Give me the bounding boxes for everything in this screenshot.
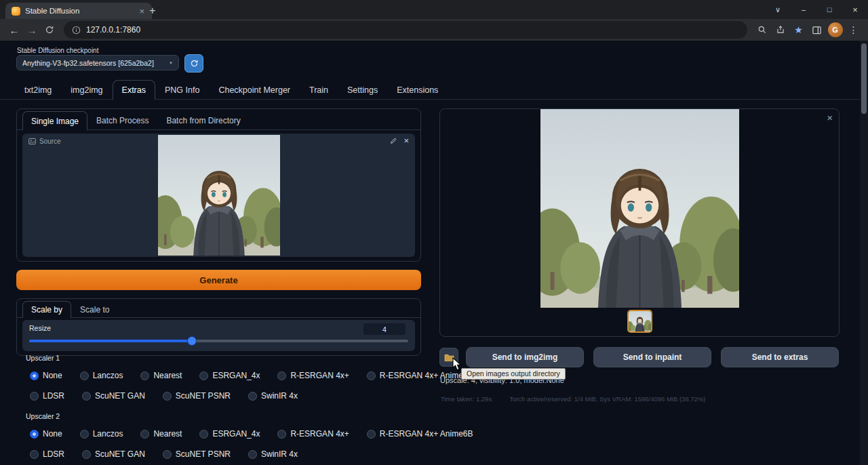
send-to-img2img-button[interactable]: Send to img2img xyxy=(466,347,584,367)
page-scrollbar[interactable] xyxy=(860,41,868,465)
upscaler1-option-esrgan-4x[interactable]: ESRGAN_4x xyxy=(199,371,260,380)
edit-icon[interactable] xyxy=(390,137,397,144)
radio-circle[interactable] xyxy=(80,430,89,439)
result-image[interactable] xyxy=(540,109,739,308)
url-bar[interactable]: 127.0.0.1:7860 xyxy=(64,21,747,39)
url-text[interactable]: 127.0.0.1:7860 xyxy=(86,25,140,35)
upscaler2-option-scunet-psnr[interactable]: ScuNET PSNR xyxy=(163,449,231,459)
subtab-batch-process[interactable]: Batch Process xyxy=(87,111,157,129)
resize-number-input[interactable]: 4 xyxy=(363,323,406,335)
radio-circle[interactable] xyxy=(82,392,91,401)
browser-menu-icon[interactable]: ⋮ xyxy=(844,21,863,39)
radio-circle[interactable] xyxy=(277,430,286,439)
radio-circle[interactable] xyxy=(199,430,208,439)
result-thumbnail[interactable] xyxy=(627,310,652,333)
radio-circle[interactable] xyxy=(163,450,172,459)
radio-circle[interactable] xyxy=(367,430,376,439)
radio-circle[interactable] xyxy=(30,392,39,401)
tab-train[interactable]: Train xyxy=(300,80,338,100)
upscaler2-option-r-esrgan-4x-anime6b[interactable]: R-ESRGAN 4x+ Anime6B xyxy=(367,429,473,439)
upscaler2-option-ldsr[interactable]: LDSR xyxy=(30,449,64,459)
upscaler2-option-none[interactable]: None xyxy=(30,429,62,439)
radio-circle[interactable] xyxy=(140,430,149,439)
back-icon[interactable]: ← xyxy=(5,21,23,39)
tab-extensions[interactable]: Extensions xyxy=(387,80,448,100)
scale-tab-scale-by[interactable]: Scale by xyxy=(22,301,71,318)
radio-circle[interactable] xyxy=(30,430,39,439)
upscaler2-option-swinir-4x[interactable]: SwinIR 4x xyxy=(248,449,298,459)
new-tab-button[interactable]: + xyxy=(145,3,160,18)
radio-label: Lanczos xyxy=(93,371,123,380)
tab-png-info[interactable]: PNG Info xyxy=(155,80,209,100)
resize-slider-thumb[interactable] xyxy=(188,337,196,345)
tab-checkpoint-merger[interactable]: Checkpoint Merger xyxy=(209,80,300,100)
side-panel-icon[interactable] xyxy=(808,21,826,39)
forward-icon[interactable]: → xyxy=(23,21,41,39)
upscaler2-option-scunet-gan[interactable]: ScuNET GAN xyxy=(82,449,145,459)
generate-button[interactable]: Generate xyxy=(16,270,421,290)
upscaler1-option-swinir-4x[interactable]: SwinIR 4x xyxy=(248,391,298,401)
profile-avatar[interactable]: G xyxy=(828,22,843,37)
radio-label: Nearest xyxy=(153,429,182,439)
scrollbar-thumb[interactable] xyxy=(861,43,867,114)
radio-label: ScuNET GAN xyxy=(95,449,145,459)
close-result-icon[interactable]: × xyxy=(827,113,833,123)
tab-txt2img[interactable]: txt2img xyxy=(15,80,61,100)
send-button-row: Send to img2imgSend to inpaintSend to ex… xyxy=(439,347,840,367)
bookmark-star-icon[interactable]: ★ xyxy=(789,21,808,39)
share-icon[interactable] xyxy=(771,21,789,39)
radio-circle[interactable] xyxy=(82,450,91,459)
screen: Stable Diffusion × + ∨ – □ × ← → 127.0.0… xyxy=(0,0,868,465)
resize-slider-track[interactable] xyxy=(29,340,408,342)
clear-source-icon[interactable]: × xyxy=(403,136,409,145)
tab-settings[interactable]: Settings xyxy=(338,80,387,100)
window-minimize-icon[interactable]: – xyxy=(791,5,816,14)
upscaler2-option-esrgan-4x[interactable]: ESRGAN_4x xyxy=(199,429,260,439)
radio-circle[interactable] xyxy=(248,392,257,401)
subtab-batch-from-directory[interactable]: Batch from Directory xyxy=(157,111,249,129)
browser-toolbar: ← → 127.0.0.1:7860 ★ G ⋮ xyxy=(0,19,868,41)
window-close-icon[interactable]: × xyxy=(842,5,868,15)
radio-circle[interactable] xyxy=(140,371,149,380)
radio-circle[interactable] xyxy=(30,371,39,380)
upscaler2-option-r-esrgan-4x[interactable]: R-ESRGAN 4x+ xyxy=(277,429,349,439)
subtab-single-image[interactable]: Single Image xyxy=(22,111,87,130)
source-image-dropzone[interactable]: Source × xyxy=(22,134,415,257)
upscaler2-option-lanczos[interactable]: Lanczos xyxy=(80,429,123,439)
source-image xyxy=(158,135,280,256)
upscaler1-option-scunet-gan[interactable]: ScuNET GAN xyxy=(82,391,145,401)
scale-tab-scale-to[interactable]: Scale to xyxy=(71,301,118,317)
radio-label: ESRGAN_4x xyxy=(212,371,260,380)
browser-tab[interactable]: Stable Diffusion × xyxy=(5,3,152,19)
radio-label: None xyxy=(43,429,62,439)
radio-circle[interactable] xyxy=(367,371,376,380)
radio-circle[interactable] xyxy=(163,392,172,401)
upscaler1-option-scunet-psnr[interactable]: ScuNET PSNR xyxy=(163,391,231,401)
radio-circle[interactable] xyxy=(199,371,208,380)
page-info-icon[interactable] xyxy=(72,26,81,35)
send-to-extras-button[interactable]: Send to extras xyxy=(721,347,839,367)
radio-circle[interactable] xyxy=(80,371,89,380)
radio-circle[interactable] xyxy=(248,450,257,459)
refresh-checkpoint-button[interactable] xyxy=(184,54,203,73)
radio-circle[interactable] xyxy=(277,371,286,380)
tab-extras[interactable]: Extras xyxy=(113,80,155,100)
checkpoint-dropdown[interactable]: Anything-V3-fp32.safetensors [625a2ba2] … xyxy=(16,55,179,70)
time-taken-text: Time taken: 1.29s xyxy=(441,395,492,403)
tab-search-chevron-icon[interactable]: ∨ xyxy=(765,5,791,14)
upscaler1-option-nearest[interactable]: Nearest xyxy=(140,371,182,380)
upscaler1-option-ldsr[interactable]: LDSR xyxy=(30,391,64,401)
send-to-inpaint-button[interactable]: Send to inpaint xyxy=(593,347,711,367)
upscaler1-option-none[interactable]: None xyxy=(30,371,62,380)
radio-circle[interactable] xyxy=(30,450,39,459)
tab-img2img[interactable]: img2img xyxy=(61,80,112,100)
upscaler2-option-nearest[interactable]: Nearest xyxy=(140,429,182,439)
radio-label: ScuNET PSNR xyxy=(176,449,231,459)
checkpoint-value: Anything-V3-fp32.safetensors [625a2ba2] xyxy=(22,59,154,67)
reload-icon[interactable] xyxy=(41,21,58,39)
window-maximize-icon[interactable]: □ xyxy=(816,5,842,14)
resize-label: Resize xyxy=(29,324,51,332)
upscaler1-option-lanczos[interactable]: Lanczos xyxy=(80,371,123,380)
zoom-icon[interactable] xyxy=(753,21,771,39)
upscaler1-option-r-esrgan-4x[interactable]: R-ESRGAN 4x+ xyxy=(277,371,349,380)
